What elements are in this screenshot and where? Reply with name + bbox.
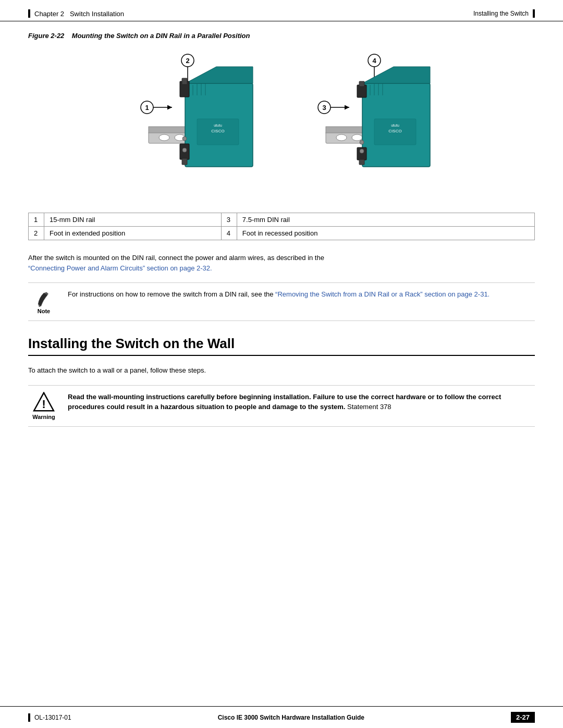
warning-box: ! Warning Read the wall-mounting instruc… <box>28 385 535 427</box>
svg-rect-23 <box>182 78 187 84</box>
svg-marker-41 <box>362 67 430 83</box>
table-cell-num1: 1 <box>29 213 44 227</box>
header-right: Installing the Switch <box>473 9 535 18</box>
footer-doc-number: OL-13017-01 <box>34 714 71 721</box>
svg-rect-25 <box>182 158 187 165</box>
page-header: Chapter 2 Switch Installation Installing… <box>0 0 563 21</box>
chapter-detail: Switch Installation <box>70 10 124 18</box>
svg-text:!: ! <box>42 398 45 411</box>
svg-point-54 <box>360 149 364 153</box>
table-cell-label1: 15-mm DIN rail <box>44 213 222 227</box>
switch-illustration-left: 2 1 <box>120 51 266 197</box>
body-paragraph: After the switch is mounted on the DIN r… <box>28 253 535 273</box>
table-row: 1 15-mm DIN rail 3 7.5-mm DIN rail <box>29 213 535 227</box>
table-cell-label2-2: Foot in recessed position <box>237 227 534 240</box>
header-right-label: Installing the Switch <box>473 10 529 17</box>
svg-rect-49 <box>357 85 366 97</box>
svg-text:ututu: ututu <box>214 124 222 127</box>
figure-caption-text: Mounting the Switch on a DIN Rail in a P… <box>72 32 250 40</box>
svg-text:CISCO: CISCO <box>211 129 224 133</box>
header-left-bar <box>28 9 30 18</box>
footer-right: 2-27 <box>511 712 535 723</box>
table-cell-num1-2: 2 <box>29 227 44 240</box>
figure-caption: Figure 2-22 Mounting the Switch on a DIN… <box>28 32 535 40</box>
table-cell-label1-2: Foot in extended position <box>44 227 222 240</box>
note-box: Note For instructions on how to remove t… <box>28 282 535 321</box>
warning-bold-text: Read the wall-mounting instructions care… <box>68 393 501 411</box>
footer-left: OL-13017-01 <box>28 713 71 722</box>
header-right-bar <box>533 9 535 18</box>
table-cell-num2: 3 <box>221 213 237 227</box>
chapter-num: Chapter 2 <box>34 10 64 18</box>
footer-page-number: 2-27 <box>511 712 535 723</box>
page-footer: OL-13017-01 Cisco IE 3000 Switch Hardwar… <box>0 706 563 728</box>
svg-text:1: 1 <box>145 104 149 112</box>
intro-text: To attach the switch to a wall or a pane… <box>28 365 535 376</box>
switch-svg-left: 2 1 <box>120 51 266 197</box>
warning-label: Warning <box>32 414 55 420</box>
table-cell-num2-2: 4 <box>221 227 237 240</box>
svg-point-26 <box>182 137 187 141</box>
warning-icon-area: ! Warning <box>28 392 59 420</box>
svg-marker-13 <box>185 67 253 83</box>
svg-point-27 <box>182 148 187 152</box>
note-icon-area: Note <box>28 289 59 314</box>
svg-text:4: 4 <box>372 57 376 65</box>
table-row: 2 Foot in extended position 4 Foot in re… <box>29 227 535 240</box>
note-content: For instructions on how to remove the sw… <box>68 289 535 300</box>
svg-text:CISCO: CISCO <box>388 129 401 133</box>
note-text-before: For instructions on how to remove the sw… <box>68 290 275 298</box>
section-heading: Installing the Switch on the Wall <box>28 336 535 356</box>
header-chapter: Chapter 2 Switch Installation <box>34 10 124 18</box>
figure-number: Figure 2-22 <box>28 32 64 40</box>
svg-rect-52 <box>359 159 364 165</box>
svg-text:ututu: ututu <box>391 124 399 127</box>
table-cell-label2: 7.5-mm DIN rail <box>237 213 534 227</box>
switch-illustration-right: 4 3 ututu <box>297 51 443 197</box>
svg-point-35 <box>336 134 347 141</box>
svg-text:2: 2 <box>186 57 189 65</box>
footer-center: Cisco IE 3000 Switch Hardware Installati… <box>218 714 364 721</box>
warning-content: Read the wall-mounting instructions care… <box>68 392 535 412</box>
header-left: Chapter 2 Switch Installation <box>28 9 124 18</box>
warning-statement: Statement 378 <box>347 403 391 411</box>
note-label: Note <box>38 308 50 314</box>
main-content: Figure 2-22 Mounting the Switch on a DIN… <box>0 21 563 471</box>
footer-left-bar <box>28 713 30 722</box>
footer-center-text: Cisco IE 3000 Switch Hardware Installati… <box>218 714 364 721</box>
svg-text:3: 3 <box>322 104 326 112</box>
figure-area: 2 1 <box>28 46 535 202</box>
warning-icon: ! <box>33 392 55 412</box>
svg-point-36 <box>352 134 362 141</box>
parts-table: 1 15-mm DIN rail 3 7.5-mm DIN rail 2 Foo… <box>28 213 535 240</box>
svg-point-7 <box>159 134 169 141</box>
body-link[interactable]: “Connecting Power and Alarm Circuits” se… <box>28 264 212 272</box>
svg-point-53 <box>360 140 364 144</box>
note-icon <box>34 289 53 308</box>
note-link[interactable]: “Removing the Switch from a DIN Rail or … <box>275 290 489 298</box>
svg-rect-50 <box>359 81 364 87</box>
body-text-content: After the switch is mounted on the DIN r… <box>28 254 324 262</box>
switch-svg-right: 4 3 ututu <box>297 51 443 197</box>
